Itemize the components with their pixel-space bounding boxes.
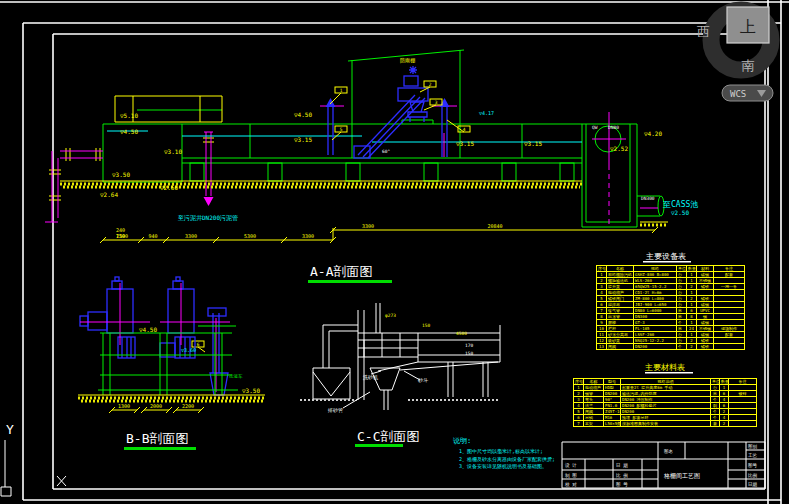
dim-label: 150 bbox=[465, 351, 473, 356]
component-label: 砂斗 bbox=[417, 377, 428, 383]
elevation-label: ▽5.10 bbox=[120, 112, 138, 119]
table-row: 13闸阀DN200个2铸铁 bbox=[597, 344, 745, 350]
dim-label: φ273 bbox=[385, 313, 396, 318]
table-cell: 铸铁 bbox=[697, 344, 714, 350]
elevation-label: ▽4.20 bbox=[644, 130, 662, 137]
cad-viewport[interactable]: 西 上 南 WCS Y bbox=[0, 0, 789, 504]
aa-bar-screen bbox=[326, 66, 450, 158]
table-cell: L50×5角钢 bbox=[604, 421, 621, 427]
section-title-aa: A-A剖面图 bbox=[310, 264, 372, 279]
elevation-label: ▽4.17 bbox=[479, 110, 494, 116]
dim-label: 4500 bbox=[456, 331, 467, 336]
titleblock-label: 校 对 bbox=[565, 482, 577, 487]
bb-section: 1300 2000 2200 ▽4.50 ▽3.60 ▽3.50 运渣车 bbox=[78, 277, 265, 413]
titleblock-label: 图 号 bbox=[616, 482, 628, 487]
notes-heading: 说明: bbox=[453, 437, 471, 445]
title-underline bbox=[308, 280, 392, 283]
elevation-label: ▽3.60 bbox=[181, 347, 196, 353]
equipment-tag: 3 bbox=[435, 100, 438, 105]
notes-block: 说明: 1、图中尺寸均以毫米计,标高以米计; 2、格栅及砂水分离器由设备厂家配套… bbox=[453, 437, 555, 470]
aa-section-structure bbox=[103, 50, 664, 227]
equipment-tag: 4 bbox=[463, 127, 466, 132]
material-table: 序号名称型号规格说明单位数量备注1电动葫芦HD型起重量2t 提升高度6m 手动台… bbox=[573, 378, 757, 427]
table-header-cell: 序号 bbox=[574, 379, 584, 385]
ucs-icon: Y bbox=[1, 422, 66, 496]
dim-label: 2200 bbox=[182, 403, 194, 409]
table-header-cell: 序号 bbox=[597, 266, 607, 272]
equipment-tag: 1 bbox=[340, 88, 343, 93]
elevation-label: ▽2.64 bbox=[100, 191, 118, 198]
title-underline bbox=[124, 447, 196, 450]
table-cell: 个 bbox=[677, 344, 687, 350]
table-cell: 闸阀 bbox=[607, 344, 634, 350]
table-cell: DN200 bbox=[634, 344, 677, 350]
material-table-title: 主要材料表 bbox=[644, 363, 685, 372]
title-block: 设 计 制 图 校 对 日 期 比 例 图 号 图名 格栅间工艺图 图别 工艺 … bbox=[562, 442, 765, 488]
equipment-table: 序号名称规格单位数量材料备注1粗格栅除污机GSHZ-800 B=800台1碳钢配… bbox=[596, 265, 745, 350]
table-header-cell: 数量 bbox=[720, 379, 729, 385]
table-cell: 不锈钢 bbox=[697, 278, 714, 284]
title-underline bbox=[645, 372, 693, 374]
equipment-tag: 6 bbox=[197, 342, 200, 347]
titleblock-label: 设 计 bbox=[565, 462, 577, 468]
chute-label: 运渣车 bbox=[229, 374, 243, 379]
titleblock-label: 比 例 bbox=[616, 473, 628, 479]
elevation-label: ▽2.60 bbox=[160, 184, 178, 191]
ucs-y-label: Y bbox=[6, 422, 14, 437]
elevation-label: ▽3.50 bbox=[112, 171, 130, 178]
table-cell: 2 bbox=[687, 344, 697, 350]
ground-hatch bbox=[60, 181, 668, 225]
dim-label: 170 bbox=[465, 343, 473, 348]
wcs-label[interactable]: WCS bbox=[730, 89, 746, 99]
screen-motor bbox=[404, 76, 418, 86]
table-cell: 套 bbox=[711, 421, 720, 427]
dim-label: 3300 bbox=[362, 223, 374, 229]
titleblock-label: 图别 bbox=[748, 444, 758, 450]
table-cell: 粗格栅除污机 bbox=[607, 272, 634, 278]
dim-label: 940 bbox=[148, 233, 157, 239]
viewcube-south-label[interactable]: 南 bbox=[742, 58, 755, 73]
component-label: 排砂管 bbox=[327, 407, 343, 414]
dim-label: 5300 bbox=[244, 233, 256, 239]
table-cell: 电动葫芦 bbox=[584, 385, 604, 391]
equipment-table-title: 主要设备表 bbox=[645, 252, 686, 261]
table-cell bbox=[714, 344, 745, 350]
pump-label: QW bbox=[592, 125, 598, 130]
cad-application-window: 西 上 南 WCS Y bbox=[0, 0, 789, 504]
water-level-line bbox=[107, 131, 582, 142]
title-underline bbox=[355, 444, 403, 447]
elevation-label: ▽2.52 bbox=[610, 145, 628, 152]
table-row: 7支架L50×5角钢按标准图集制作安装套2 bbox=[574, 421, 757, 427]
dim-label: 1300 bbox=[116, 233, 128, 239]
elevation-label: ▽4.50 bbox=[139, 326, 157, 333]
titleblock-name-label: 图名 bbox=[664, 449, 673, 454]
note-line: 3、设备安装详见随机说明书及基础图。 bbox=[459, 463, 547, 470]
viewcube-up-label[interactable]: 上 bbox=[740, 17, 756, 36]
section-title-cc: C-C剖面图 bbox=[357, 429, 419, 444]
table-cell: 不锈钢 bbox=[697, 326, 714, 332]
table-header-cell: 数量 bbox=[687, 266, 697, 272]
dim-label: 150 bbox=[422, 323, 430, 328]
pipe-flow-arrow bbox=[204, 197, 214, 206]
dim-label: 1300 bbox=[118, 403, 130, 409]
table-cell: 按标准图集制作安装 bbox=[621, 421, 711, 427]
viewcube-west-label[interactable]: 西 bbox=[697, 24, 710, 39]
angle-label: 60° bbox=[382, 149, 390, 154]
elevation-label: ▽3.15 bbox=[294, 136, 312, 143]
viewcube[interactable]: 西 上 南 WCS bbox=[697, 7, 773, 101]
titleblock-label: 日期 bbox=[748, 482, 758, 487]
table-cell: Z45T-10 bbox=[604, 409, 621, 415]
table-cell: 7 bbox=[574, 421, 584, 427]
table-header-cell: 单位 bbox=[711, 379, 720, 385]
titleblock-label: 比例 bbox=[748, 473, 758, 479]
title-underline bbox=[643, 261, 691, 263]
canopy-label: 防雨棚 bbox=[400, 57, 415, 64]
table-cell: 13 bbox=[597, 344, 607, 350]
section-title-bb: B-B剖面图 bbox=[126, 431, 188, 446]
cc-section: φ273 150 4500 170 150 排砂管 洗砂机 砂斗 bbox=[300, 303, 500, 414]
dim-label: 2000 bbox=[150, 403, 162, 409]
table-cell: 2 bbox=[720, 421, 729, 427]
note-line: 1、图中尺寸均以毫米计,标高以米计; bbox=[459, 448, 543, 455]
titleblock-label: 工艺 bbox=[748, 452, 758, 458]
titleblock-label: 制 图 bbox=[565, 473, 577, 478]
